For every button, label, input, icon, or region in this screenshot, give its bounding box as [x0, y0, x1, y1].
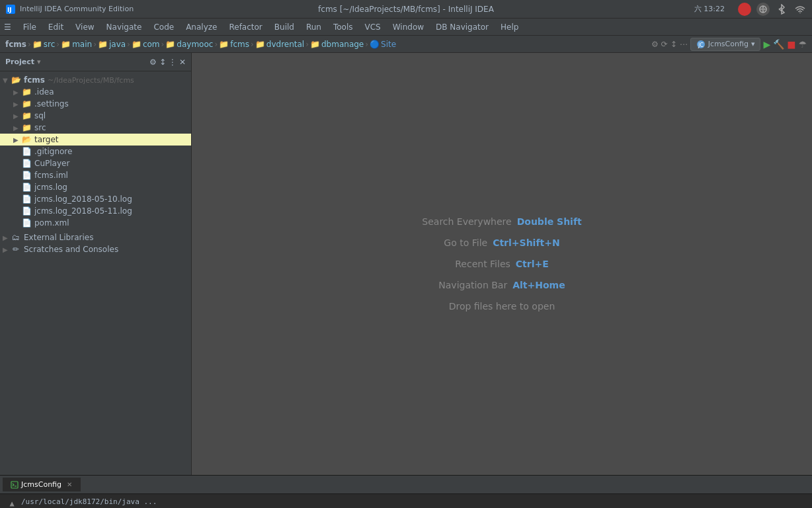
breadcrumb-java[interactable]: 📁java	[98, 40, 126, 49]
menu-tools[interactable]: Tools	[328, 21, 358, 33]
sidebar-hide-icon[interactable]: ✕	[179, 58, 186, 67]
console-tab[interactable]: JcmsConfig ✕	[3, 478, 81, 491]
title-bar-right: 六 13:22	[694, 3, 807, 16]
run-button[interactable]: ▶	[763, 39, 770, 50]
menu-view[interactable]: View	[70, 21, 99, 33]
close-button[interactable]	[738, 3, 751, 16]
sql-arrow: ▶	[13, 112, 21, 120]
hint-goto-shortcut: Ctrl+Shift+N	[493, 237, 559, 248]
settings-icon[interactable]: ⚙	[651, 40, 659, 49]
target-folder-icon: 📂	[21, 134, 32, 145]
svg-point-4	[799, 13, 801, 13]
stop-button[interactable]: ■	[787, 39, 795, 50]
folder-icon-main: 📁	[61, 40, 71, 49]
tree-idea[interactable]: ▶ 📁 .idea	[0, 86, 191, 98]
title-bar-left: IJ IntelliJ IDEA Community Edition	[5, 4, 134, 15]
settings-folder-icon: 📁	[21, 99, 32, 109]
settings-arrow: ▶	[13, 101, 21, 108]
console-text: /usr/local/jdk8172/bin/java ...Starting …	[21, 497, 807, 508]
tree-scratches[interactable]: ▶ ✏ Scratches and Consoles	[0, 243, 191, 255]
idea-name: .idea	[34, 87, 54, 97]
sidebar-icons: ⚙ ↕ ⋮ ✕	[149, 58, 186, 67]
tree-jcms-log[interactable]: ▶ 📄 jcms.log	[0, 181, 191, 193]
menu-vcs[interactable]: VCS	[360, 21, 386, 33]
hint-recent-text: Recent Files	[455, 259, 510, 269]
tree-gitignore[interactable]: ▶ 📄 .gitignore	[0, 146, 191, 157]
file-tree: ▼ 📂 fcms ~/IdeaProjects/MB/fcms ▶ 📁 .ide…	[0, 71, 191, 475]
sidebar-sync-icon[interactable]: ↕	[159, 58, 166, 67]
jcms-log-name: jcms.log	[34, 183, 67, 192]
fcms-iml-icon: 📄	[21, 170, 32, 181]
hint-search: Search Everywhere Double Shift	[422, 216, 581, 227]
src-arrow: ▶	[13, 124, 21, 132]
menu-file-label[interactable]: File	[18, 21, 42, 33]
menu-help[interactable]: Help	[495, 21, 524, 33]
breadcrumb-main[interactable]: 📁main	[61, 40, 92, 49]
breadcrumb-fcms[interactable]: fcms	[5, 40, 26, 49]
sidebar-settings-icon[interactable]: ⚙	[149, 58, 157, 67]
menu-navigate[interactable]: Navigate	[101, 21, 147, 33]
tree-cuplayer[interactable]: ▶ 📄 CuPlayer	[0, 157, 191, 169]
scroll-up-btn[interactable]: ▲	[5, 497, 19, 508]
hint-goto-file: Go to File Ctrl+Shift+N	[444, 237, 559, 248]
tree-settings[interactable]: ▶ 📁 .settings	[0, 98, 191, 110]
breadcrumb-fcms2[interactable]: 📁fcms	[219, 40, 249, 49]
menu-edit[interactable]: Edit	[43, 21, 69, 33]
svg-text:IJ: IJ	[7, 7, 12, 13]
tree-jcms-log-0511[interactable]: ▶ 📄 jcms.log_2018-05-11.log	[0, 205, 191, 217]
cuplayer-icon: 📄	[21, 158, 32, 169]
jcms-log-0510-icon: 📄	[21, 194, 32, 204]
hint-drop-files: Drop files here to open	[449, 301, 555, 312]
hint-nav-bar: Navigation Bar Alt+Home	[438, 280, 565, 290]
breadcrumb-dvdrental[interactable]: 📁dvdrental	[255, 40, 304, 49]
sync-icon[interactable]: ⟳	[661, 40, 668, 49]
jcms-log-0511-name: jcms.log_2018-05-11.log	[34, 206, 132, 216]
menu-run[interactable]: Run	[301, 21, 327, 33]
folder-icon-java: 📁	[98, 40, 108, 49]
menu-analyze[interactable]: Analyze	[181, 21, 222, 33]
tree-jcms-log-0510[interactable]: ▶ 📄 jcms.log_2018-05-10.log	[0, 193, 191, 205]
menu-refactor[interactable]: Refactor	[223, 21, 267, 33]
breadcrumb-src[interactable]: 📁src	[32, 40, 56, 49]
menu-build[interactable]: Build	[269, 21, 300, 33]
breadcrumb-dbmanage[interactable]: 📁dbmanage	[310, 40, 364, 49]
run-config-dropdown-icon[interactable]: ▾	[751, 40, 755, 48]
idea-folder-icon: 📁	[21, 87, 32, 97]
run-config-selector[interactable]: JC JcmsConfig ▾	[690, 38, 761, 51]
folder-icon-fcms2: 📁	[219, 40, 229, 49]
more-icon[interactable]: ⋯	[680, 40, 688, 49]
tree-pom-xml[interactable]: ▶ 📄 pom.xml	[0, 217, 191, 229]
breadcrumb-daymooc[interactable]: 📁daymooc	[165, 40, 213, 49]
coverage-icon[interactable]: ☂	[798, 39, 807, 50]
tree-sql[interactable]: ▶ 📁 sql	[0, 110, 191, 122]
folder-icon-src: 📁	[32, 40, 42, 49]
root-path: ~/IdeaProjects/MB/fcms	[48, 76, 134, 85]
sidebar-sort-icon[interactable]: ⋮	[169, 58, 177, 67]
menu-db-navigator[interactable]: DB Navigator	[430, 21, 494, 33]
wifi-icon	[793, 3, 807, 16]
menu-code[interactable]: Code	[148, 21, 179, 33]
tree-root[interactable]: ▼ 📂 fcms ~/IdeaProjects/MB/fcms	[0, 74, 191, 86]
build-icon[interactable]: 🔨	[773, 39, 784, 50]
project-dropdown-icon[interactable]: ▾	[37, 58, 41, 66]
tree-external-libs[interactable]: ▶ 🗂 External Libraries	[0, 232, 191, 243]
tree-fcms-iml[interactable]: ▶ 📄 fcms.iml	[0, 169, 191, 181]
src-name: src	[34, 123, 46, 132]
breadcrumb-com[interactable]: 📁com	[132, 40, 160, 49]
console-content: ▲ ▼ 🗑 📌 🔍 ↩ ⚙ /usr/local/jdk8172/bin/jav…	[0, 494, 812, 508]
gitignore-name: .gitignore	[34, 147, 72, 156]
hint-nav-text: Navigation Bar	[438, 280, 507, 290]
editor-area: Search Everywhere Double Shift Go to Fil…	[192, 53, 812, 475]
hint-search-text: Search Everywhere	[422, 216, 511, 227]
menu-window[interactable]: Window	[387, 21, 429, 33]
clock: 六 13:22	[694, 4, 725, 14]
tree-src[interactable]: ▶ 📁 src	[0, 122, 191, 134]
scratches-name: Scratches and Consoles	[24, 245, 118, 254]
svg-rect-7	[11, 482, 18, 488]
tree-target[interactable]: ▶ 📂 target	[0, 134, 191, 146]
sort-icon[interactable]: ↕	[670, 40, 677, 49]
run-config-icon: JC	[696, 40, 706, 49]
menu-file[interactable]: ☰	[3, 21, 17, 33]
breadcrumb-site[interactable]: 🔵Site	[370, 40, 396, 49]
console-tab-close[interactable]: ✕	[67, 481, 72, 488]
